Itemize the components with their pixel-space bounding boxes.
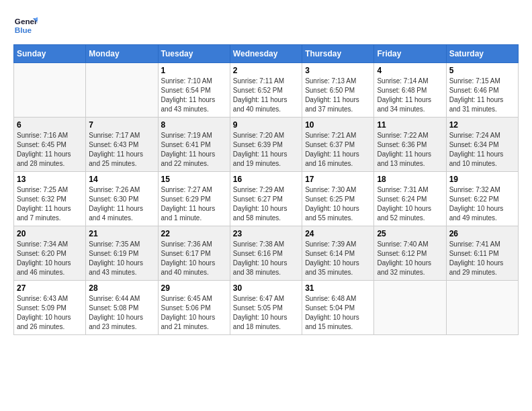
calendar-day-cell: 25Sunrise: 7:40 AMSunset: 6:12 PMDayligh… xyxy=(374,226,446,281)
day-info: Sunrise: 7:22 AMSunset: 6:36 PMDaylight:… xyxy=(377,131,443,169)
day-info: Sunrise: 7:20 AMSunset: 6:39 PMDaylight:… xyxy=(233,131,299,169)
day-number: 30 xyxy=(233,283,299,293)
day-number: 7 xyxy=(89,120,154,130)
calendar-day-cell: 15Sunrise: 7:27 AMSunset: 6:29 PMDayligh… xyxy=(158,172,230,226)
calendar-day-cell: 20Sunrise: 7:34 AMSunset: 6:20 PMDayligh… xyxy=(14,226,86,281)
day-number: 18 xyxy=(377,175,443,184)
calendar-day-cell: 12Sunrise: 7:24 AMSunset: 6:34 PMDayligh… xyxy=(446,118,518,172)
day-number: 1 xyxy=(161,66,227,75)
calendar-day-cell: 14Sunrise: 7:26 AMSunset: 6:30 PMDayligh… xyxy=(86,172,158,226)
day-info: Sunrise: 6:44 AMSunset: 5:08 PMDaylight:… xyxy=(89,294,154,332)
day-info: Sunrise: 7:40 AMSunset: 6:12 PMDaylight:… xyxy=(377,240,443,277)
calendar-day-cell: 31Sunrise: 6:48 AMSunset: 5:04 PMDayligh… xyxy=(302,281,374,335)
calendar-day-cell: 3Sunrise: 7:13 AMSunset: 6:50 PMDaylight… xyxy=(302,63,374,118)
day-info: Sunrise: 7:17 AMSunset: 6:43 PMDaylight:… xyxy=(89,131,154,169)
day-number: 26 xyxy=(449,229,515,238)
day-of-week-header: Monday xyxy=(86,45,158,63)
day-info: Sunrise: 7:11 AMSunset: 6:52 PMDaylight:… xyxy=(233,77,299,114)
day-info: Sunrise: 6:45 AMSunset: 5:06 PMDaylight:… xyxy=(161,294,227,332)
day-of-week-header: Saturday xyxy=(446,45,518,63)
svg-text:Blue: Blue xyxy=(15,26,32,34)
page-header: General Blue xyxy=(13,13,519,38)
day-number: 15 xyxy=(161,175,227,184)
day-number: 25 xyxy=(377,229,443,238)
day-number: 22 xyxy=(161,229,227,238)
day-info: Sunrise: 7:36 AMSunset: 6:17 PMDaylight:… xyxy=(161,240,227,277)
day-number: 11 xyxy=(377,120,443,130)
day-number: 12 xyxy=(449,120,515,130)
calendar-day-cell: 16Sunrise: 7:29 AMSunset: 6:27 PMDayligh… xyxy=(230,172,302,226)
calendar-week-row: 1Sunrise: 7:10 AMSunset: 6:54 PMDaylight… xyxy=(14,63,519,118)
calendar-day-cell: 26Sunrise: 7:41 AMSunset: 6:11 PMDayligh… xyxy=(446,226,518,281)
calendar-day-cell: 7Sunrise: 7:17 AMSunset: 6:43 PMDaylight… xyxy=(86,118,158,172)
day-info: Sunrise: 7:19 AMSunset: 6:41 PMDaylight:… xyxy=(161,131,227,169)
day-info: Sunrise: 7:21 AMSunset: 6:37 PMDaylight:… xyxy=(305,131,371,169)
calendar-day-cell: 23Sunrise: 7:38 AMSunset: 6:16 PMDayligh… xyxy=(230,226,302,281)
calendar-day-cell: 11Sunrise: 7:22 AMSunset: 6:36 PMDayligh… xyxy=(374,118,446,172)
day-of-week-header: Wednesday xyxy=(230,45,302,63)
calendar-day-cell: 8Sunrise: 7:19 AMSunset: 6:41 PMDaylight… xyxy=(158,118,230,172)
logo-icon: General Blue xyxy=(13,13,38,38)
calendar-day-cell: 17Sunrise: 7:30 AMSunset: 6:25 PMDayligh… xyxy=(302,172,374,226)
day-number: 8 xyxy=(161,120,227,130)
day-info: Sunrise: 7:25 AMSunset: 6:32 PMDaylight:… xyxy=(17,185,83,223)
day-info: Sunrise: 7:38 AMSunset: 6:16 PMDaylight:… xyxy=(233,240,299,277)
day-number: 16 xyxy=(233,175,299,184)
day-number: 4 xyxy=(377,66,443,75)
day-info: Sunrise: 7:13 AMSunset: 6:50 PMDaylight:… xyxy=(305,77,371,114)
day-of-week-header: Sunday xyxy=(14,45,86,63)
day-info: Sunrise: 7:24 AMSunset: 6:34 PMDaylight:… xyxy=(449,131,515,169)
day-number: 31 xyxy=(305,283,371,293)
calendar-day-cell: 10Sunrise: 7:21 AMSunset: 6:37 PMDayligh… xyxy=(302,118,374,172)
day-number: 13 xyxy=(17,175,83,184)
day-number: 5 xyxy=(449,66,515,75)
day-number: 24 xyxy=(305,229,371,238)
calendar-day-cell xyxy=(86,63,158,118)
day-info: Sunrise: 7:10 AMSunset: 6:54 PMDaylight:… xyxy=(161,77,227,114)
day-number: 10 xyxy=(305,120,371,130)
day-number: 17 xyxy=(305,175,371,184)
day-info: Sunrise: 7:41 AMSunset: 6:11 PMDaylight:… xyxy=(449,240,515,277)
calendar-day-cell: 18Sunrise: 7:31 AMSunset: 6:24 PMDayligh… xyxy=(374,172,446,226)
day-number: 9 xyxy=(233,120,299,130)
calendar-day-cell: 1Sunrise: 7:10 AMSunset: 6:54 PMDaylight… xyxy=(158,63,230,118)
calendar-table: SundayMondayTuesdayWednesdayThursdayFrid… xyxy=(13,44,519,335)
day-info: Sunrise: 7:16 AMSunset: 6:45 PMDaylight:… xyxy=(17,131,83,169)
day-info: Sunrise: 7:31 AMSunset: 6:24 PMDaylight:… xyxy=(377,185,443,223)
calendar-day-cell: 2Sunrise: 7:11 AMSunset: 6:52 PMDaylight… xyxy=(230,63,302,118)
day-of-week-header: Tuesday xyxy=(158,45,230,63)
calendar-day-cell xyxy=(374,281,446,335)
svg-text:General: General xyxy=(15,17,38,26)
day-info: Sunrise: 7:14 AMSunset: 6:48 PMDaylight:… xyxy=(377,77,443,114)
day-info: Sunrise: 7:39 AMSunset: 6:14 PMDaylight:… xyxy=(305,240,371,277)
day-info: Sunrise: 7:35 AMSunset: 6:19 PMDaylight:… xyxy=(89,240,154,277)
day-info: Sunrise: 7:29 AMSunset: 6:27 PMDaylight:… xyxy=(233,185,299,223)
calendar-day-cell: 13Sunrise: 7:25 AMSunset: 6:32 PMDayligh… xyxy=(14,172,86,226)
day-number: 6 xyxy=(17,120,83,130)
day-info: Sunrise: 7:34 AMSunset: 6:20 PMDaylight:… xyxy=(17,240,83,277)
calendar-day-cell: 24Sunrise: 7:39 AMSunset: 6:14 PMDayligh… xyxy=(302,226,374,281)
calendar-day-cell: 6Sunrise: 7:16 AMSunset: 6:45 PMDaylight… xyxy=(14,118,86,172)
calendar-week-row: 20Sunrise: 7:34 AMSunset: 6:20 PMDayligh… xyxy=(14,226,519,281)
day-number: 21 xyxy=(89,229,154,238)
calendar-day-cell: 29Sunrise: 6:45 AMSunset: 5:06 PMDayligh… xyxy=(158,281,230,335)
day-number: 14 xyxy=(89,175,154,184)
day-info: Sunrise: 7:30 AMSunset: 6:25 PMDaylight:… xyxy=(305,185,371,223)
calendar-day-cell: 19Sunrise: 7:32 AMSunset: 6:22 PMDayligh… xyxy=(446,172,518,226)
calendar-day-cell: 9Sunrise: 7:20 AMSunset: 6:39 PMDaylight… xyxy=(230,118,302,172)
day-number: 29 xyxy=(161,283,227,293)
calendar-day-cell: 22Sunrise: 7:36 AMSunset: 6:17 PMDayligh… xyxy=(158,226,230,281)
calendar-day-cell: 27Sunrise: 6:43 AMSunset: 5:09 PMDayligh… xyxy=(14,281,86,335)
day-info: Sunrise: 6:48 AMSunset: 5:04 PMDaylight:… xyxy=(305,294,371,332)
day-number: 3 xyxy=(305,66,371,75)
calendar-day-cell: 5Sunrise: 7:15 AMSunset: 6:46 PMDaylight… xyxy=(446,63,518,118)
day-info: Sunrise: 6:47 AMSunset: 5:05 PMDaylight:… xyxy=(233,294,299,332)
calendar-day-cell: 28Sunrise: 6:44 AMSunset: 5:08 PMDayligh… xyxy=(86,281,158,335)
day-number: 23 xyxy=(233,229,299,238)
day-info: Sunrise: 7:32 AMSunset: 6:22 PMDaylight:… xyxy=(449,185,515,223)
day-info: Sunrise: 6:43 AMSunset: 5:09 PMDaylight:… xyxy=(17,294,83,332)
calendar-day-cell: 4Sunrise: 7:14 AMSunset: 6:48 PMDaylight… xyxy=(374,63,446,118)
day-number: 20 xyxy=(17,229,83,238)
day-info: Sunrise: 7:27 AMSunset: 6:29 PMDaylight:… xyxy=(161,185,227,223)
calendar-week-row: 27Sunrise: 6:43 AMSunset: 5:09 PMDayligh… xyxy=(14,281,519,335)
